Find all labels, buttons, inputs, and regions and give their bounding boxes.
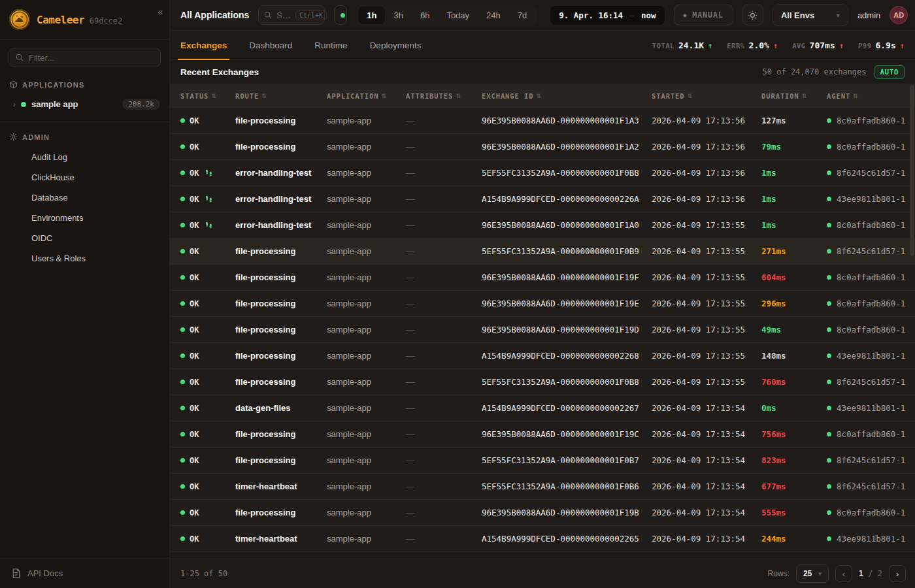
table-row[interactable]: OKfile-processingsample-app—96E395B0088A… xyxy=(170,291,915,317)
agent-status-dot-icon xyxy=(827,301,831,306)
sidebar-collapse-button[interactable]: « xyxy=(158,7,163,17)
route-cell: file-processing xyxy=(235,508,327,517)
attributes-cell: — xyxy=(406,299,482,308)
agent-cell: 8f6245c61d57-1 xyxy=(827,482,915,491)
sort-icon: ⇅ xyxy=(381,93,386,99)
sidebar-filter: Filter... xyxy=(0,40,169,70)
column-label: APPLICATION xyxy=(327,92,378,100)
table-row[interactable]: OKfile-processingsample-app—96E395B0088A… xyxy=(170,108,915,134)
time-range-24h[interactable]: 24h xyxy=(478,7,509,24)
table-row[interactable]: OKerror-handling-testsample-app—A154B9A9… xyxy=(170,186,915,212)
tabbar: ExchangesDashboardRuntimeDeployments TOT… xyxy=(170,31,915,60)
column-header-attributes[interactable]: ATTRIBUTES⇅ xyxy=(406,92,482,100)
date-range-display[interactable]: 9. Apr. 16:14 – now xyxy=(550,6,664,25)
sidebar-item-api-docs[interactable]: API Docs xyxy=(0,558,169,588)
application-cell: sample-app xyxy=(327,220,406,230)
sidebar-item-clickhouse[interactable]: ClickHouse xyxy=(0,167,169,188)
status-cell: OK xyxy=(180,378,235,387)
column-header-status[interactable]: STATUS⇅ xyxy=(180,92,235,100)
column-header-started[interactable]: STARTED⇅ xyxy=(652,92,761,100)
time-range-7d[interactable]: 7d xyxy=(509,7,535,24)
tab-dashboard[interactable]: Dashboard xyxy=(249,31,292,59)
table-row[interactable]: OKerror-handling-testsample-app—5EF55FC3… xyxy=(170,160,915,186)
filter-input[interactable]: Filter... xyxy=(8,48,161,67)
route-cell: file-processing xyxy=(235,246,327,256)
table-row[interactable]: OKfile-processingsample-app—96E395B0088A… xyxy=(170,421,915,448)
table-row[interactable]: OKfile-processingsample-app—96E395B0088A… xyxy=(170,134,915,160)
table-row[interactable]: OKdata-gen-filessample-app—A154B9A999DFC… xyxy=(170,395,915,421)
status-text: OK xyxy=(190,378,199,387)
app-status-dot-icon xyxy=(21,102,26,107)
exchange-id-cell: 96E395B0088AA6D-000000000001F1A0 xyxy=(482,220,652,230)
sidebar-item-audit-log[interactable]: Audit Log xyxy=(0,147,169,167)
page-indicator: 1 / 2 xyxy=(859,569,882,578)
status-cell: OK xyxy=(180,456,235,465)
sidebar-item-environments[interactable]: Environments xyxy=(0,208,169,228)
column-header-agent[interactable]: AGENT⇅ xyxy=(827,92,915,100)
status-dot-icon xyxy=(180,275,185,280)
env-select[interactable]: All Envs ▾ xyxy=(773,4,848,26)
agent-id: 8f6245c61d57-1 xyxy=(837,377,905,387)
manual-refresh-button[interactable]: ● MANUAL xyxy=(674,5,733,25)
global-search-input[interactable]: S… Ctrl+K xyxy=(258,5,325,25)
table-row[interactable]: OKfile-processingsample-app—5EF55FC31352… xyxy=(170,238,915,265)
stat-value: 707ms xyxy=(810,41,835,50)
time-range-today[interactable]: Today xyxy=(438,7,478,24)
application-cell: sample-app xyxy=(327,377,406,387)
column-header-exchange-id[interactable]: EXCHANGE ID⇅ xyxy=(482,92,652,100)
status-text: OK xyxy=(190,299,199,308)
time-range-3h[interactable]: 3h xyxy=(385,7,411,24)
next-page-button[interactable]: › xyxy=(889,565,906,582)
table-row[interactable]: OKfile-processingsample-app—96E395B0088A… xyxy=(170,317,915,343)
tab-runtime[interactable]: Runtime xyxy=(314,31,347,59)
column-header-duration[interactable]: DURATION⇅ xyxy=(761,92,827,100)
duration-cell: 244ms xyxy=(761,534,827,544)
stat-label: TOTAL xyxy=(652,42,674,50)
table-row[interactable]: OKfile-processingsample-app—A154B9A999DF… xyxy=(170,343,915,369)
column-header-application[interactable]: APPLICATION⇅ xyxy=(327,92,406,100)
prev-page-button[interactable]: ‹ xyxy=(835,565,852,582)
exchange-id-cell: 96E395B0088AA6D-000000000001F1A3 xyxy=(482,116,652,125)
table-row[interactable]: OKtimer-heartbeatsample-app—A154B9A999DF… xyxy=(170,526,915,552)
status-dot-icon xyxy=(180,484,185,489)
table-row[interactable]: OKfile-processingsample-app—96E395B0088A… xyxy=(170,500,915,526)
rows-per-page-select[interactable]: 25 ▾ xyxy=(796,564,829,583)
tab-deployments[interactable]: Deployments xyxy=(370,31,422,59)
sidebar-item-database[interactable]: Database xyxy=(0,188,169,208)
tab-exchanges[interactable]: Exchanges xyxy=(180,31,227,59)
sidebar-item-users-roles[interactable]: Users & Roles xyxy=(0,248,169,269)
exchange-id-cell: 5EF55FC31352A9A-000000000001F0B8 xyxy=(482,377,652,387)
table-row[interactable]: OKfile-processingsample-app—5EF55FC31352… xyxy=(170,369,915,395)
theme-toggle-button[interactable] xyxy=(742,5,763,25)
avatar[interactable]: AD xyxy=(890,6,908,24)
auto-refresh-badge[interactable]: AUTO xyxy=(874,65,905,79)
cameleer-logo-icon xyxy=(9,9,30,30)
agent-status-dot-icon xyxy=(827,327,831,332)
api-docs-label: API Docs xyxy=(27,568,63,578)
started-cell: 2026-04-09 17:13:55 xyxy=(652,377,761,387)
agent-status-dot-icon xyxy=(827,484,831,489)
duration-cell: 296ms xyxy=(761,299,827,308)
stat-p99: P996.9s↑ xyxy=(858,41,905,50)
table-row[interactable]: OKfile-processingsample-app—96E395B0088A… xyxy=(170,265,915,291)
live-status-button[interactable]: O xyxy=(334,5,347,25)
table-row[interactable]: OKfile-processingsample-app—5EF55FC31352… xyxy=(170,448,915,474)
applications-section-header: APPLICATIONS xyxy=(0,70,169,95)
agent-id: 8f6245c61d57-1 xyxy=(837,455,905,465)
chevron-right-icon[interactable]: › xyxy=(13,100,16,109)
time-range-1h[interactable]: 1h xyxy=(358,7,385,24)
table-row[interactable]: OKtimer-heartbeatsample-app—5EF55FC31352… xyxy=(170,474,915,500)
total-pages: 2 xyxy=(878,569,882,578)
status-dot-icon xyxy=(180,301,185,306)
sidebar-item-sample-app[interactable]: › sample app 208.2k xyxy=(0,95,169,114)
agent-id: 8c0affadb860-1 xyxy=(837,116,905,125)
time-range-6h[interactable]: 6h xyxy=(412,7,438,24)
table-row[interactable]: OKerror-handling-testsample-app—96E395B0… xyxy=(170,212,915,238)
column-header-route[interactable]: ROUTE⇅ xyxy=(235,92,327,100)
table-body: OKfile-processingsample-app—96E395B0088A… xyxy=(170,108,915,552)
exchange-id-cell: A154B9A999DFCED-000000000000226A xyxy=(482,194,652,204)
status-cell: OK xyxy=(180,534,235,544)
sidebar-item-oidc[interactable]: OIDC xyxy=(0,228,169,248)
scrollbar[interactable] xyxy=(910,84,914,559)
scrollbar-thumb[interactable] xyxy=(910,85,914,256)
